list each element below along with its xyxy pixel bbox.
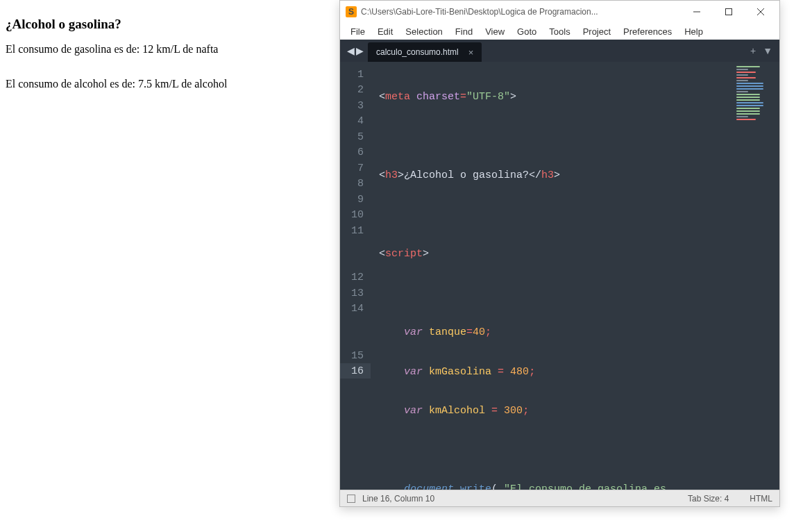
tab-menu-icon[interactable]: ▼ — [763, 45, 772, 56]
tab-strip-right: + ▼ — [750, 45, 779, 56]
window-maximize-button[interactable] — [713, 1, 745, 23]
code-line — [371, 208, 732, 224]
line-number: 15 — [340, 347, 371, 363]
code-line: var kmAlcohol = 300; — [371, 404, 732, 420]
line-number: 13 — [340, 285, 371, 301]
code-line — [371, 286, 732, 302]
code-line: var tanque=40; — [371, 325, 732, 341]
menu-preferences[interactable]: Preferences — [617, 25, 678, 38]
line-number: 5 — [340, 128, 371, 144]
minimize-icon — [693, 8, 700, 15]
menu-find[interactable]: Find — [449, 25, 479, 38]
line-number: 6 — [340, 144, 371, 160]
window-minimize-button[interactable] — [681, 1, 713, 23]
line-number: 2 — [340, 82, 371, 98]
minimap-preview — [736, 66, 775, 122]
minimap[interactable] — [732, 62, 779, 490]
tab-label: calculo_consumo.html — [376, 47, 459, 57]
line-number — [340, 316, 371, 332]
code-line: <meta charset="UTF-8"> — [371, 90, 732, 106]
status-language[interactable]: HTML — [750, 494, 772, 504]
menu-file[interactable]: File — [344, 25, 371, 38]
line-number: 8 — [340, 176, 371, 192]
window-controls — [681, 1, 777, 23]
tab-forward-icon[interactable]: ▶ — [356, 45, 364, 56]
code-line: var kmGasolina = 480; — [371, 365, 732, 381]
maximize-icon — [725, 8, 732, 15]
tab-close-icon[interactable]: × — [468, 47, 474, 58]
line-number: 16 — [340, 363, 371, 379]
menu-selection[interactable]: Selection — [399, 25, 448, 38]
sublime-window: S C:\Users\Gabi-Lore-Titi-Beni\Desktop\L… — [339, 0, 780, 507]
tab-history-nav: ◀ ▶ — [343, 45, 368, 56]
code-line: document.write( "El consumo de gasolina … — [371, 482, 732, 490]
line-number: 14 — [340, 301, 371, 317]
menu-view[interactable]: View — [479, 25, 511, 38]
new-tab-icon[interactable]: + — [750, 45, 756, 56]
editor-area: 1 2 3 4 5 6 7 8 9 10 11 12 13 14 15 16 <… — [340, 62, 779, 490]
code-line — [371, 129, 732, 145]
code-editor[interactable]: <meta charset="UTF-8"> <h3>¿Alcohol o ga… — [371, 62, 732, 490]
line-number: 4 — [340, 113, 371, 129]
tab-active[interactable]: calculo_consumo.html × — [368, 42, 482, 62]
line-number — [340, 254, 371, 269]
code-line: <script> — [371, 247, 732, 263]
tab-back-icon[interactable]: ◀ — [347, 45, 355, 56]
close-icon — [757, 8, 764, 15]
line-gutter[interactable]: 1 2 3 4 5 6 7 8 9 10 11 12 13 14 15 16 — [340, 62, 371, 490]
line-number: 1 — [340, 66, 371, 82]
status-cursor-pos: Line 16, Column 10 — [362, 494, 434, 504]
line-number: 9 — [340, 191, 371, 207]
menu-goto[interactable]: Goto — [511, 25, 543, 38]
line-number: 11 — [340, 222, 371, 238]
menu-tools[interactable]: Tools — [543, 25, 576, 38]
line-number — [340, 332, 371, 348]
status-toggle-icon[interactable] — [347, 495, 355, 503]
menu-edit[interactable]: Edit — [371, 25, 399, 38]
status-indent[interactable]: Tab Size: 4 — [688, 494, 729, 504]
line-number: 12 — [340, 269, 371, 285]
line-number: 7 — [340, 160, 371, 176]
tab-strip: ◀ ▶ calculo_consumo.html × + ▼ — [340, 40, 779, 62]
menu-project[interactable]: Project — [577, 25, 617, 38]
line-number: 3 — [340, 97, 371, 113]
window-title: C:\Users\Gabi-Lore-Titi-Beni\Desktop\Log… — [361, 7, 681, 17]
line-number — [340, 238, 371, 254]
status-bar: Line 16, Column 10 Tab Size: 4 HTML — [340, 490, 779, 506]
code-line: <h3>¿Alcohol o gasolina?</h3> — [371, 168, 732, 184]
line-number: 10 — [340, 207, 371, 223]
sublime-logo-icon: S — [346, 6, 357, 17]
menu-help[interactable]: Help — [678, 25, 709, 38]
window-close-button[interactable] — [745, 1, 777, 23]
code-line — [371, 443, 732, 459]
menu-bar: File Edit Selection Find View Goto Tools… — [340, 23, 779, 40]
window-titlebar[interactable]: S C:\Users\Gabi-Lore-Titi-Beni\Desktop\L… — [340, 1, 779, 23]
svg-rect-1 — [726, 9, 732, 15]
